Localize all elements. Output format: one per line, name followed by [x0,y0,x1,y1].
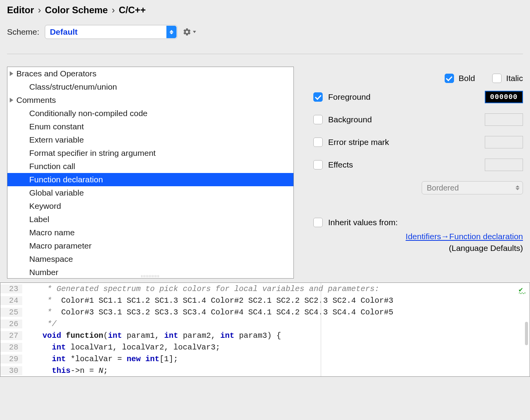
gutter: 29 [0,355,22,364]
tree-item[interactable]: Global variable [7,186,293,199]
effects-swatch[interactable] [485,159,523,171]
chevron-right-icon [10,71,13,76]
tree-item-label: Macro name [29,228,75,237]
tree-item[interactable]: Format specifier in string argument [7,146,293,160]
error-stripe-checkbox[interactable] [313,138,323,147]
code-line: 24 * Color#1 SC1.1 SC1.2 SC1.3 SC1.4 Col… [0,295,530,306]
tree-item-label: Number [29,268,58,277]
divider [7,54,523,54]
inherit-link[interactable]: Identifiers→Function declaration [313,232,523,241]
tree-item[interactable]: Macro parameter [7,239,293,252]
italic-option[interactable]: Italic [492,74,523,83]
chevron-down-icon [193,31,196,33]
gutter: 27 [0,331,22,340]
updown-icon [516,185,519,190]
breadcrumb: Editor › Color Scheme › C/C++ [7,5,523,16]
scheme-label: Scheme: [7,27,39,37]
checkbox-icon [445,74,454,83]
tree-item[interactable]: Class/struct/enum/union [7,80,293,94]
gutter: 25 [0,308,22,317]
updown-icon [166,26,177,38]
tree-item[interactable]: Enum constant [7,120,293,133]
breadcrumb-c-cpp: C/C++ [119,5,146,16]
tree-item-label: Extern variable [29,135,84,145]
tree-item[interactable]: Macro name [7,226,293,239]
code-line: 27 void function(int param1, int param2,… [0,330,530,341]
error-stripe-label: Error stripe mark [328,138,389,147]
tree-item[interactable]: Keyword [7,199,293,213]
gutter: 28 [0,343,22,352]
code-line: 23 * Generated spectrum to pick colors f… [0,283,530,295]
effects-type-select[interactable]: Bordered [422,181,523,194]
background-label: Background [328,115,372,124]
gutter: 23 [0,284,22,293]
tree-item-label: Format specifier in string argument [29,148,155,158]
foreground-label: Foreground [328,92,371,102]
gutter: 30 [0,366,22,375]
foreground-swatch[interactable]: 000000 [485,91,523,103]
gutter: 26 [0,319,22,328]
foreground-checkbox[interactable] [313,92,323,102]
effects-label: Effects [328,160,353,169]
tree-item-label: Keyword [29,201,61,211]
tree-item[interactable]: Conditionally non-compiled code [7,107,293,120]
code-line: 30 this->n = N; [0,365,530,376]
tree-item-label: Class/struct/enum/union [29,82,117,92]
scrollbar-thumb[interactable] [525,322,528,345]
tree-item-label: Namespace [29,254,73,264]
code-line: 29 int *localVar = new int[1]; [0,353,530,365]
tree-item[interactable]: Label [7,213,293,226]
code-line: 26 */ [0,318,530,330]
tree-item[interactable]: Braces and Operators [7,67,293,80]
code-line: 28 int localVar1, localVar2, localVar3; [0,341,530,353]
tree-item[interactable]: Function declaration [7,173,293,186]
gear-icon [183,28,191,36]
effects-checkbox[interactable] [313,160,323,169]
gutter: 24 [0,296,22,305]
inspection-ok-icon[interactable]: ✔〰 [519,285,526,298]
resize-grip-icon[interactable] [141,275,160,277]
tree-item-label: Macro parameter [29,241,92,251]
tree-item-label: Comments [16,95,56,105]
tree-item[interactable]: Function call [7,160,293,173]
background-checkbox[interactable] [313,115,323,124]
tree-item-label: Label [29,215,49,224]
inherit-label: Inherit values from: [328,218,398,227]
tree-item-label: Braces and Operators [16,69,96,78]
tree-item-label: Global variable [29,188,84,198]
chevron-right-icon: › [112,5,115,16]
tree-item[interactable]: Extern variable [7,133,293,146]
background-swatch[interactable] [485,113,523,126]
tree-item-label: Function declaration [29,175,103,184]
checkbox-icon [492,74,502,83]
tree-item-label: Enum constant [29,122,84,131]
breadcrumb-editor[interactable]: Editor [7,5,34,16]
gear-button[interactable] [183,28,196,36]
attribute-tree[interactable]: Braces and OperatorsClass/struct/enum/un… [7,67,294,279]
breadcrumb-color-scheme[interactable]: Color Scheme [45,5,108,16]
code-preview[interactable]: ✔〰 23 * Generated spectrum to pick color… [0,282,530,377]
tree-item-label: Function call [29,162,75,171]
bold-option[interactable]: Bold [445,74,475,83]
code-line: 25 * Color#3 SC3.1 SC3.2 SC3.3 SC3.4 Col… [0,306,530,318]
language-defaults-label: (Language Defaults) [313,244,523,253]
chevron-right-icon: › [38,5,41,16]
error-stripe-swatch[interactable] [485,136,523,148]
tree-item-label: Conditionally non-compiled code [29,109,148,118]
inherit-checkbox[interactable] [313,218,323,227]
tree-item[interactable]: Namespace [7,252,293,266]
wrap-guide [321,283,321,376]
chevron-right-icon [10,98,13,102]
scheme-select[interactable]: Default [45,25,177,39]
scheme-value: Default [50,27,78,37]
tree-item[interactable]: Comments [7,94,293,107]
